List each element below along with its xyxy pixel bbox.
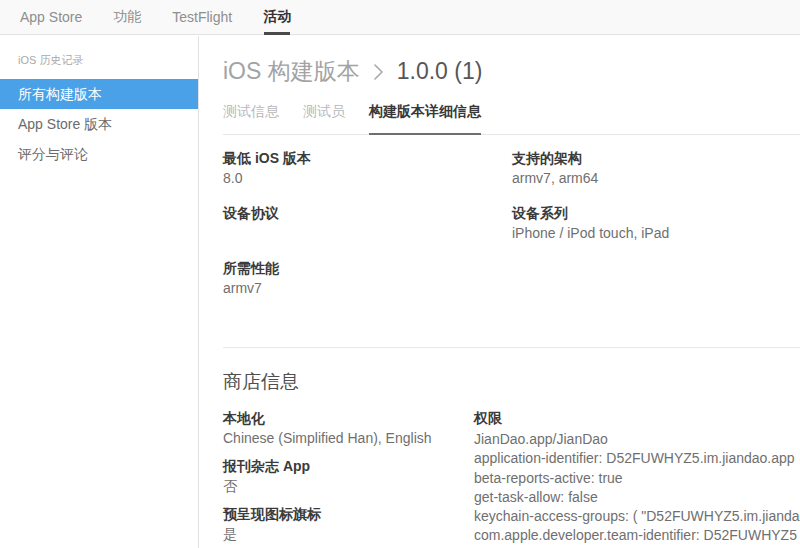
- field-required-capabilities: 所需性能 armv7: [223, 260, 512, 296]
- field-min-ios-version: 最低 iOS 版本 8.0: [223, 150, 512, 186]
- build-details-grid: 最低 iOS 版本 8.0 支持的架构 armv7, arm64 设备协议 设备…: [223, 135, 780, 315]
- sidebar-item-ratings-reviews[interactable]: 评分与评论: [0, 139, 198, 169]
- tab-test-information[interactable]: 测试信息: [223, 103, 279, 134]
- sidebar-item-all-builds[interactable]: 所有构建版本: [0, 79, 198, 109]
- entitlement-line: beta-reports-active: true: [474, 469, 800, 488]
- sidebar: iOS 历史记录 所有构建版本 App Store 版本 评分与评论: [0, 36, 199, 548]
- top-navigation: App Store 功能 TestFlight 活动: [0, 0, 800, 35]
- entitlement-line: application-identifier: D52FUWHYZ5.im.ji…: [474, 449, 800, 468]
- store-info-grid: 本地化 Chinese (Simplified Han), English 报刊…: [223, 410, 780, 548]
- nav-item-app-store[interactable]: App Store: [20, 0, 82, 34]
- entitlements-list: JianDao.app/JianDao application-identifi…: [474, 430, 800, 548]
- breadcrumb-parent-link[interactable]: iOS 构建版本: [223, 58, 360, 85]
- breadcrumb-current: 1.0.0 (1): [397, 58, 483, 85]
- field-value: 8.0: [223, 170, 512, 186]
- store-info-title: 商店信息: [223, 371, 780, 393]
- store-info-left-column: 本地化 Chinese (Simplified Han), English 报刊…: [223, 410, 474, 548]
- breadcrumb: iOS 构建版本 1.0.0 (1): [223, 58, 780, 85]
- field-label: 设备系列: [512, 205, 780, 221]
- field-value: iPhone / iPod touch, iPad: [512, 225, 780, 241]
- field-label: 支持的架构: [512, 150, 780, 166]
- field-value: [223, 225, 512, 241]
- nav-item-features[interactable]: 功能: [113, 0, 141, 34]
- field-label: 设备协议: [223, 205, 512, 221]
- store-info-right-column: 权限 JianDao.app/JianDao application-ident…: [474, 410, 800, 548]
- chevron-right-icon: [372, 63, 385, 81]
- tab-testers[interactable]: 测试员: [303, 103, 345, 134]
- entitlement-line: com.apple.developer.team-identifier: D52…: [474, 526, 800, 545]
- sidebar-section-header: iOS 历史记录: [0, 54, 198, 66]
- section-divider: [223, 347, 800, 348]
- field-value: Chinese (Simplified Han), English: [223, 430, 474, 446]
- tab-bar: 测试信息 测试员 构建版本详细信息: [223, 103, 800, 135]
- main-content: iOS 构建版本 1.0.0 (1) 测试信息 测试员 构建版本详细信息 最低 …: [199, 36, 800, 548]
- field-label: 预呈现图标旗标: [223, 506, 474, 522]
- field-value: armv7, arm64: [512, 170, 780, 186]
- field-value: 是: [223, 526, 474, 542]
- tab-build-details[interactable]: 构建版本详细信息: [369, 103, 481, 134]
- field-label: 所需性能: [223, 260, 512, 276]
- field-supported-architectures: 支持的架构 armv7, arm64: [512, 150, 780, 186]
- field-value: 否: [223, 478, 474, 494]
- field-localizations: 本地化 Chinese (Simplified Han), English: [223, 410, 474, 446]
- sidebar-item-app-store-versions[interactable]: App Store 版本: [0, 109, 198, 139]
- field-newsstand-app: 报刊杂志 App 否: [223, 458, 474, 494]
- field-value: armv7: [223, 280, 512, 296]
- field-device-protocols: 设备协议: [223, 205, 512, 241]
- entitlement-line: keychain-access-groups: ( "D52FUWHYZ5.im…: [474, 507, 800, 526]
- field-label: 最低 iOS 版本: [223, 150, 512, 166]
- nav-item-testflight[interactable]: TestFlight: [172, 0, 232, 34]
- entitlement-line: get-task-allow: false: [474, 488, 800, 507]
- field-prerendered-icon-flag: 预呈现图标旗标 是: [223, 506, 474, 542]
- nav-item-activity[interactable]: 活动: [263, 0, 291, 34]
- field-device-families: 设备系列 iPhone / iPod touch, iPad: [512, 205, 780, 241]
- entitlements-label: 权限: [474, 410, 800, 426]
- field-empty: [512, 260, 780, 296]
- field-label: 本地化: [223, 410, 474, 426]
- field-label: 报刊杂志 App: [223, 458, 474, 474]
- entitlement-line: JianDao.app/JianDao: [474, 430, 800, 449]
